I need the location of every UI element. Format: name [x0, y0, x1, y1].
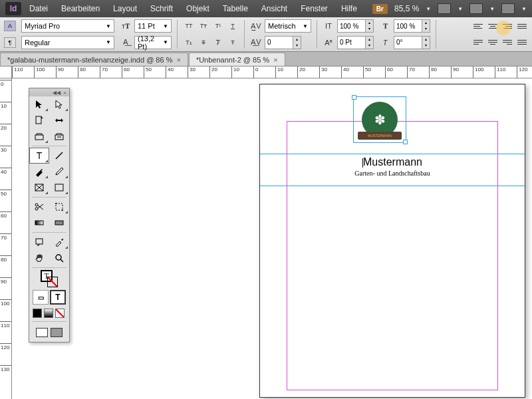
rectangle-tool[interactable]: [49, 180, 69, 196]
underline-button[interactable]: T: [227, 21, 239, 31]
zoom-level[interactable]: 85,5 %: [394, 4, 419, 13]
apply-none-button[interactable]: [55, 309, 65, 318]
arrange-icon[interactable]: [501, 3, 515, 14]
gradient-feather-tool[interactable]: [49, 215, 69, 231]
formatting-text-button[interactable]: T: [50, 290, 66, 305]
kerning-icon: A̲V: [250, 20, 262, 32]
svg-rect-0: [36, 116, 41, 124]
justify-all-button[interactable]: [516, 38, 528, 47]
formatting-container-button[interactable]: ▭: [33, 290, 49, 305]
text-frame[interactable]: Mustermann Garten- und Landschaftsbau: [260, 156, 525, 177]
justify-center-button[interactable]: [487, 38, 499, 47]
gradient-swatch-tool[interactable]: [29, 215, 49, 231]
rectangle-frame-tool[interactable]: [29, 180, 49, 196]
svg-text:T: T: [37, 150, 43, 161]
chevron-down-icon[interactable]: ▼: [426, 6, 431, 12]
menu-ansicht[interactable]: Ansicht: [256, 1, 293, 16]
superscript-button[interactable]: T¹: [212, 21, 224, 31]
type-tool[interactable]: T: [29, 148, 49, 164]
hscale-input[interactable]: 100 %▴▾: [394, 19, 430, 33]
leading-select[interactable]: (13,2 Pt)▼: [134, 36, 172, 49]
scissors-tool[interactable]: [29, 199, 49, 215]
selection-tool[interactable]: [29, 96, 49, 112]
content-collector-tool[interactable]: [29, 128, 49, 144]
hand-tool[interactable]: [29, 250, 49, 266]
chevron-down-icon[interactable]: ▼: [521, 6, 527, 12]
all-caps-button[interactable]: TT: [183, 21, 195, 31]
document-page[interactable]: ✽ MUSTERMANN Mustermann Garten- und Land…: [259, 84, 525, 398]
bridge-badge[interactable]: Br: [372, 4, 388, 14]
close-icon[interactable]: ×: [176, 56, 180, 64]
pencil-tool[interactable]: [49, 164, 69, 180]
svg-rect-18: [36, 239, 43, 244]
svg-rect-17: [55, 221, 63, 225]
no-break-button[interactable]: Ŧ: [227, 37, 239, 48]
align-justify-button[interactable]: [516, 21, 528, 31]
paragraph-mode-button[interactable]: ¶: [4, 37, 16, 48]
vscale-input[interactable]: 100 %▴▾: [337, 19, 374, 33]
direct-selection-tool[interactable]: [49, 96, 69, 112]
close-icon[interactable]: ×: [63, 90, 66, 96]
chevron-down-icon[interactable]: ▼: [489, 6, 495, 12]
close-icon[interactable]: ×: [273, 56, 277, 64]
kerning-select[interactable]: Metrisch▼: [265, 19, 311, 33]
menu-objekt[interactable]: Objekt: [181, 1, 215, 16]
justify-left-button[interactable]: [472, 38, 484, 47]
menu-datei[interactable]: Datei: [24, 1, 53, 16]
justify-right-button[interactable]: [501, 38, 513, 47]
panel-header[interactable]: ◀◀×: [29, 88, 69, 96]
gap-tool[interactable]: [49, 112, 69, 128]
document-tab[interactable]: *galabau-mustermann-stellenanzeige.indd …: [0, 53, 188, 66]
menu-fenster[interactable]: Fenster: [295, 1, 333, 16]
svg-rect-13: [56, 203, 63, 210]
free-transform-tool[interactable]: [49, 199, 69, 215]
chevron-down-icon[interactable]: ▼: [458, 6, 463, 12]
svg-rect-8: [55, 184, 63, 191]
align-left-button[interactable]: [472, 21, 484, 31]
apply-color-button[interactable]: [33, 309, 42, 318]
character-mode-button[interactable]: A: [4, 21, 16, 31]
logo-frame[interactable]: ✽ MUSTERMANN: [353, 96, 406, 143]
canvas[interactable]: ◀◀× T: [12, 78, 532, 399]
apply-gradient-button[interactable]: [44, 309, 53, 318]
fill-stroke-swap[interactable]: T: [29, 269, 69, 288]
font-style-select[interactable]: Regular▼: [21, 36, 114, 49]
collapse-icon[interactable]: ◀◀: [53, 90, 61, 96]
font-size-select[interactable]: 11 Pt▼: [134, 19, 172, 33]
ligature-button[interactable]: T̷: [212, 37, 224, 48]
menu-layout[interactable]: Layout: [108, 1, 142, 16]
note-tool[interactable]: [29, 234, 49, 250]
page-subtitle: Garten- und Landschaftsbau: [260, 170, 525, 177]
strikethrough-button[interactable]: T: [198, 37, 209, 48]
line-tool[interactable]: [49, 148, 69, 164]
tracking-input[interactable]: 0▴▾: [265, 36, 301, 49]
skew-input[interactable]: 0°▴▾: [394, 36, 430, 49]
menu-schrift[interactable]: Schrift: [145, 1, 178, 16]
svg-rect-1: [35, 135, 43, 140]
eyedropper-tool[interactable]: [49, 234, 69, 250]
menu-bearbeiten[interactable]: Bearbeiten: [56, 1, 105, 16]
screen-mode-icon[interactable]: [469, 3, 483, 14]
horizontal-ruler[interactable]: 1101009080706050403020100102030405060708…: [12, 66, 532, 78]
subscript-button[interactable]: T₁: [183, 37, 195, 48]
hscale-icon: 𝐓: [379, 20, 391, 32]
document-tab[interactable]: *Unbenannt-2 @ 85 %×: [189, 53, 285, 66]
view-mode-buttons[interactable]: [29, 323, 69, 342]
menu-tabelle[interactable]: Tabelle: [217, 1, 253, 16]
small-caps-button[interactable]: Tᴛ: [198, 21, 209, 31]
font-family-select[interactable]: Myriad Pro▼: [21, 19, 114, 33]
content-placer-tool[interactable]: [49, 128, 69, 144]
menu-hilfe[interactable]: Hilfe: [336, 1, 362, 16]
leading-icon: A͟: [120, 37, 132, 49]
page-tool[interactable]: [29, 112, 49, 128]
svg-point-15: [62, 209, 63, 211]
vertical-ruler[interactable]: 0102030405060708090100110120130: [0, 78, 12, 399]
baseline-input[interactable]: 0 Pt▴▾: [337, 36, 374, 49]
zoom-tool[interactable]: [49, 250, 69, 266]
pen-tool[interactable]: [29, 164, 49, 180]
svg-rect-16: [35, 221, 43, 225]
svg-line-20: [61, 259, 63, 262]
view-options-icon[interactable]: [438, 3, 451, 14]
tree-icon: ✽: [374, 112, 386, 128]
ruler-origin[interactable]: [0, 66, 12, 78]
